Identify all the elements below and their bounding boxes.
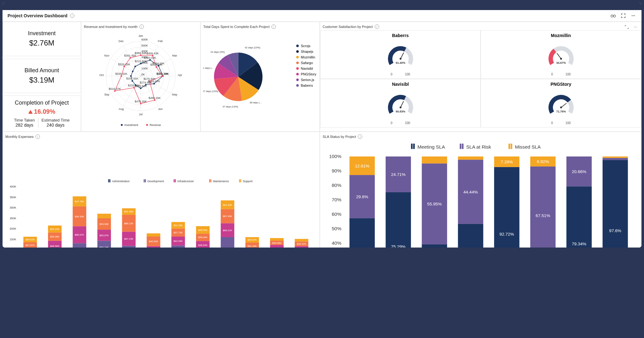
svg-text:61.40%: 61.40% — [396, 61, 405, 64]
time-taken-value: 282 days — [14, 123, 35, 128]
svg-text:75.29%: 75.29% — [391, 244, 406, 248]
svg-text:$31.06K: $31.06K — [124, 210, 134, 213]
svg-text:$38.54K: $38.54K — [198, 244, 208, 247]
kpi-investment: Investment $2.76M — [3, 22, 81, 56]
svg-text:Revenue: Revenue — [150, 123, 161, 127]
svg-text:12.81%: 12.81% — [355, 164, 369, 168]
svg-rect-248 — [270, 245, 284, 248]
svg-rect-129 — [175, 179, 176, 183]
svg-text:500K: 500K — [141, 44, 148, 47]
svg-text:44.44%: 44.44% — [463, 190, 478, 194]
svg-text:0K: 0K — [141, 73, 145, 76]
svg-text:$41.20K: $41.20K — [223, 204, 232, 206]
svg-point-108 — [400, 106, 401, 108]
info-icon[interactable]: i — [139, 25, 144, 29]
svg-text:$53.07K: $53.07K — [100, 234, 109, 237]
gauge-name: Mozmillin — [482, 33, 640, 38]
svg-text:$48.56K: $48.56K — [50, 245, 60, 248]
svg-point-84 — [123, 66, 125, 67]
est-time-value: 240 days — [41, 123, 70, 128]
gauge-name: Navisibl — [322, 82, 479, 87]
legend-item[interactable]: Baberrs — [296, 84, 316, 87]
more-icon[interactable] — [630, 13, 636, 19]
legend-item[interactable]: Scrojs — [296, 44, 316, 48]
dashboard-content: Investment $2.76M Billed Amount $3.19M C… — [3, 22, 641, 248]
svg-rect-317 — [530, 166, 556, 248]
gauge-mozmillin: Mozmillin 34.67% 0100 — [481, 30, 641, 79]
svg-text:71.76%: 71.76% — [556, 110, 566, 113]
legend-item[interactable]: Safargo — [296, 61, 316, 65]
svg-point-98 — [634, 27, 635, 27]
gauge-name: Baberrs — [322, 33, 479, 38]
svg-text:Development: Development — [147, 180, 164, 183]
time-taken-label: Time Taken — [14, 118, 35, 123]
svg-rect-274 — [411, 144, 412, 149]
svg-rect-284 — [349, 218, 375, 248]
info-icon[interactable]: i — [358, 134, 362, 139]
legend-item[interactable]: Shapejs — [296, 50, 316, 53]
svg-text:Maintenance: Maintenance — [213, 180, 229, 183]
svg-point-105 — [560, 58, 562, 60]
expand-icon[interactable] — [624, 24, 630, 30]
svg-text:Infrastructure: Infrastructure — [177, 180, 194, 183]
svg-text:May: May — [172, 93, 177, 96]
legend-item[interactable]: PNGStory — [296, 72, 316, 76]
svg-rect-195 — [147, 246, 160, 248]
svg-text:$480.20K: $480.20K — [149, 96, 161, 100]
gauge-scale: 0100 — [322, 73, 479, 76]
legend-item[interactable]: Navisibl — [296, 67, 316, 70]
svg-rect-322 — [566, 186, 592, 248]
svg-point-99 — [635, 27, 636, 27]
svg-text:$53.90K: $53.90K — [100, 223, 109, 226]
svg-text:$25.67K: $25.67K — [248, 238, 257, 241]
kpi-value: $2.76M — [7, 39, 77, 47]
svg-text:$60.19K: $60.19K — [100, 246, 109, 248]
svg-text:100K: 100K — [141, 67, 148, 70]
svg-text:300K: 300K — [10, 206, 16, 209]
svg-rect-252 — [270, 238, 284, 241]
svg-point-90 — [146, 124, 148, 126]
svg-text:24 days (9%): 24 days (9%) — [210, 51, 225, 53]
svg-point-88 — [121, 124, 123, 126]
dashboard-frame: Project Overview Dashboard i Investment … — [3, 3, 641, 248]
svg-text:$311.39K: $311.39K — [150, 63, 162, 66]
info-icon[interactable]: i — [70, 14, 74, 18]
svg-point-111 — [560, 106, 562, 108]
svg-text:Support: Support — [243, 180, 253, 183]
svg-text:$66.21K: $66.21K — [223, 229, 232, 232]
legend-item[interactable]: Serion.js — [296, 78, 316, 82]
svg-text:Missed SLA: Missed SLA — [515, 144, 541, 150]
svg-rect-162 — [73, 243, 86, 248]
info-icon[interactable]: i — [375, 25, 379, 29]
info-icon[interactable]: i — [271, 25, 276, 29]
panel-title-text: Customer Satisfaction by Project — [323, 25, 373, 29]
svg-text:Jul: Jul — [139, 113, 143, 116]
svg-text:$516.37K: $516.37K — [109, 87, 121, 90]
svg-text:Mar: Mar — [172, 54, 177, 57]
svg-rect-281 — [510, 144, 512, 149]
svg-point-3 — [633, 15, 634, 16]
svg-rect-134 — [239, 179, 240, 183]
svg-point-86 — [129, 57, 131, 59]
svg-text:Aug: Aug — [119, 107, 124, 111]
svg-point-76 — [140, 103, 141, 104]
glasses-icon[interactable] — [610, 13, 616, 19]
panel-radar: Revenue and Investment by monthi JanFebM… — [81, 22, 200, 132]
svg-text:Meeting SLA: Meeting SLA — [418, 144, 445, 150]
dashboard-header: Project Overview Dashboard i — [3, 10, 641, 22]
svg-text:42 days (15%): 42 days (15%) — [245, 46, 260, 49]
expand-icon[interactable] — [620, 13, 626, 19]
svg-rect-128 — [174, 179, 175, 183]
legend-item[interactable]: Mozmillin — [296, 55, 316, 59]
svg-point-82 — [121, 75, 122, 77]
info-icon[interactable]: i — [35, 134, 40, 139]
svg-text:$45.52K: $45.52K — [149, 240, 158, 243]
svg-rect-183 — [122, 246, 135, 248]
svg-point-2 — [632, 15, 632, 16]
more-icon[interactable] — [632, 24, 639, 30]
svg-text:200K: 200K — [10, 227, 16, 230]
svg-point-68 — [156, 66, 157, 68]
svg-rect-291 — [386, 192, 411, 248]
svg-rect-131 — [209, 179, 210, 183]
svg-text:400K: 400K — [10, 185, 16, 188]
